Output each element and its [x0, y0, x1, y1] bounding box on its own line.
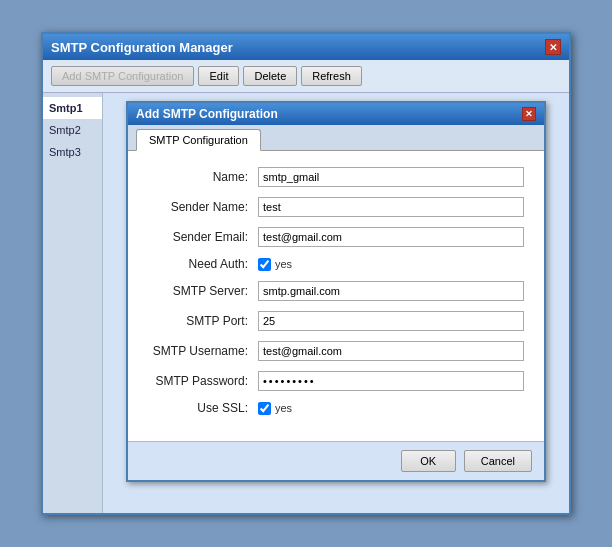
inner-close-button[interactable]: ✕	[522, 107, 536, 121]
refresh-button[interactable]: Refresh	[301, 66, 362, 86]
sidebar-item-smtp1[interactable]: Smtp1	[43, 97, 102, 119]
label-sender-name: Sender Name:	[148, 200, 258, 214]
form-row-sender-name: Sender Name:	[148, 197, 524, 217]
label-smtp-username: SMTP Username:	[148, 344, 258, 358]
tab-bar: SMTP Configuration	[128, 125, 544, 151]
checkbox-use-ssl[interactable]	[258, 402, 271, 415]
add-smtp-button[interactable]: Add SMTP Configuration	[51, 66, 194, 86]
outer-toolbar: Add SMTP Configuration Edit Delete Refre…	[43, 60, 569, 93]
form-row-smtp-server: SMTP Server:	[148, 281, 524, 301]
outer-window: SMTP Configuration Manager ✕ Add SMTP Co…	[41, 32, 571, 515]
input-smtp-username[interactable]	[258, 341, 524, 361]
outer-title: SMTP Configuration Manager	[51, 40, 233, 55]
label-smtp-port: SMTP Port:	[148, 314, 258, 328]
input-smtp-port[interactable]	[258, 311, 524, 331]
input-smtp-password[interactable]	[258, 371, 524, 391]
form-row-name: Name:	[148, 167, 524, 187]
inner-window: Add SMTP Configuration ✕ SMTP Configurat…	[126, 101, 546, 482]
outer-close-button[interactable]: ✕	[545, 39, 561, 55]
checkbox-need-auth[interactable]	[258, 258, 271, 271]
label-name: Name:	[148, 170, 258, 184]
tab-smtp-configuration[interactable]: SMTP Configuration	[136, 129, 261, 151]
ok-button[interactable]: OK	[401, 450, 456, 472]
sidebar-item-smtp3[interactable]: Smtp3	[43, 141, 102, 163]
input-name[interactable]	[258, 167, 524, 187]
label-smtp-password: SMTP Password:	[148, 374, 258, 388]
checkbox-need-auth-label: yes	[275, 258, 292, 270]
checkbox-row-use-ssl: yes	[258, 402, 292, 415]
delete-button[interactable]: Delete	[243, 66, 297, 86]
checkbox-row-need-auth: yes	[258, 258, 292, 271]
form-row-use-ssl: Use SSL: yes	[148, 401, 524, 415]
form-row-smtp-password: SMTP Password:	[148, 371, 524, 391]
cancel-button[interactable]: Cancel	[464, 450, 532, 472]
form-body: Name: Sender Name: Sender Email:	[128, 151, 544, 441]
label-need-auth: Need Auth:	[148, 257, 258, 271]
form-row-sender-email: Sender Email:	[148, 227, 524, 247]
label-smtp-server: SMTP Server:	[148, 284, 258, 298]
inner-titlebar: Add SMTP Configuration ✕	[128, 103, 544, 125]
sidebar: Smtp1 Smtp2 Smtp3	[43, 93, 103, 513]
inner-footer: OK Cancel	[128, 441, 544, 480]
form-row-smtp-port: SMTP Port:	[148, 311, 524, 331]
input-sender-name[interactable]	[258, 197, 524, 217]
outer-body: Smtp1 Smtp2 Smtp3 Add SMTP Configuration…	[43, 93, 569, 513]
input-smtp-server[interactable]	[258, 281, 524, 301]
edit-button[interactable]: Edit	[198, 66, 239, 86]
form-row-need-auth: Need Auth: yes	[148, 257, 524, 271]
inner-title: Add SMTP Configuration	[136, 107, 278, 121]
input-sender-email[interactable]	[258, 227, 524, 247]
form-row-smtp-username: SMTP Username:	[148, 341, 524, 361]
checkbox-use-ssl-label: yes	[275, 402, 292, 414]
label-use-ssl: Use SSL:	[148, 401, 258, 415]
label-sender-email: Sender Email:	[148, 230, 258, 244]
outer-titlebar: SMTP Configuration Manager ✕	[43, 34, 569, 60]
main-content: Add SMTP Configuration ✕ SMTP Configurat…	[103, 93, 569, 513]
sidebar-item-smtp2[interactable]: Smtp2	[43, 119, 102, 141]
